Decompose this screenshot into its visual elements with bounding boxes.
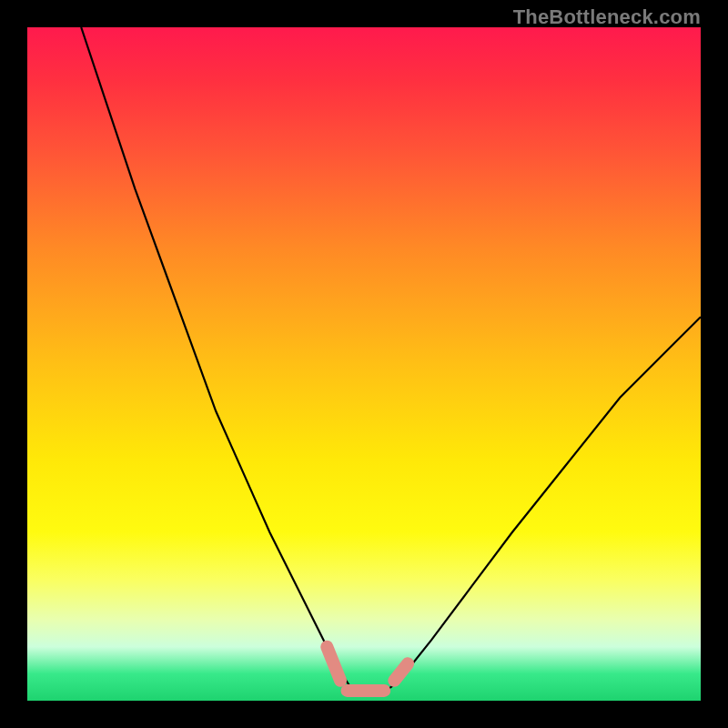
marker-right	[394, 663, 408, 681]
curve-svg	[27, 27, 701, 701]
watermark-text: TheBottleneck.com	[513, 5, 701, 29]
marker-left	[327, 647, 340, 681]
bottleneck-curve	[81, 27, 701, 694]
plot-area	[27, 27, 701, 701]
chart-frame: TheBottleneck.com	[0, 0, 728, 728]
